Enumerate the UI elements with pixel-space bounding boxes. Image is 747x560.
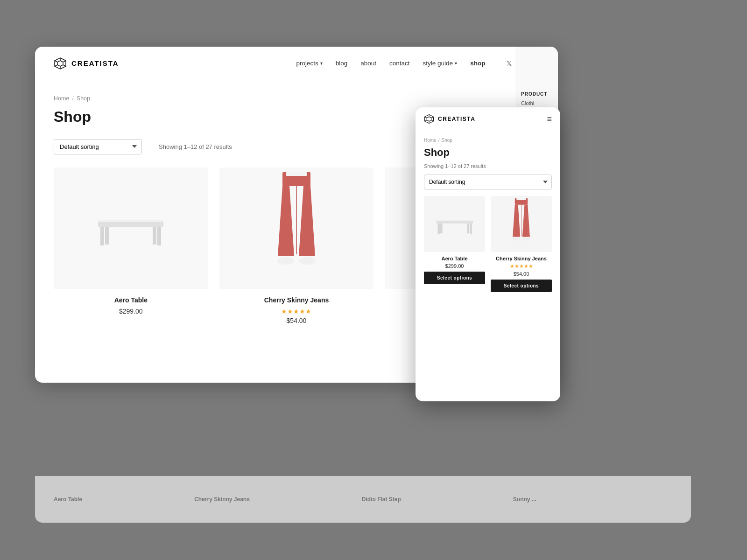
mobile-jeans-svg — [508, 198, 534, 250]
svg-rect-11 — [105, 227, 109, 245]
twitter-icon[interactable]: 𝕏 — [507, 60, 512, 67]
svg-rect-33 — [470, 223, 472, 234]
svg-line-26 — [431, 117, 434, 118]
mobile-brand-name: CREATISTA — [438, 116, 475, 122]
svg-point-18 — [299, 257, 316, 265]
mobile-product-price-cherry-jeans: $54.00 — [491, 271, 552, 277]
breadcrumb-current: Shop — [77, 95, 90, 102]
main-nav: CREATISTA projects ▾ blog about contact … — [35, 47, 558, 80]
sidebar-section-products: product — [521, 91, 553, 97]
mobile-content: Home / Shop Shop Showing 1–12 of 27 resu… — [416, 131, 560, 401]
chevron-down-icon-2: ▾ — [455, 61, 457, 66]
mobile-breadcrumb: Home / Shop — [424, 138, 552, 143]
svg-rect-36 — [436, 219, 473, 220]
mobile-breadcrumb-current: Shop — [441, 138, 452, 143]
svg-line-3 — [63, 61, 66, 62]
product-name-aero-table: Aero Table — [54, 296, 208, 304]
nav-styleguide[interactable]: style guide ▾ — [423, 60, 458, 67]
svg-line-30 — [425, 117, 427, 118]
chevron-down-icon: ▾ — [320, 61, 323, 66]
svg-rect-35 — [467, 223, 469, 233]
svg-rect-13 — [98, 220, 163, 222]
svg-rect-15 — [286, 172, 307, 176]
svg-point-40 — [513, 237, 521, 240]
bottom-product-4: Sunny ... — [513, 496, 536, 503]
mobile-product-aero-table[interactable]: Aero Table $299.00 Select options — [424, 196, 485, 292]
table-image-svg — [93, 205, 168, 252]
mobile-product-stars-cherry-jeans: ★★★★★ — [491, 263, 552, 269]
bottom-product-2: Cherry Skinny Jeans — [194, 496, 250, 503]
product-card-aero-table[interactable]: Aero Table $299.00 — [54, 168, 208, 324]
svg-rect-38 — [516, 198, 526, 200]
breadcrumb-home[interactable]: Home — [54, 95, 69, 102]
breadcrumb: Home / Shop — [54, 95, 539, 102]
mobile-logo[interactable]: CREATISTA — [424, 114, 475, 124]
sidebar-item-clothing[interactable]: Clothi — [521, 100, 553, 106]
mobile-product-grid: Aero Table $299.00 Select options — [424, 196, 552, 292]
nav-blog[interactable]: blog — [336, 60, 348, 67]
svg-rect-9 — [100, 227, 104, 245]
svg-line-29 — [425, 120, 427, 121]
svg-point-41 — [522, 237, 530, 240]
product-image-aero-table — [54, 168, 208, 289]
logo-icon — [54, 57, 67, 70]
mobile-breadcrumb-sep: / — [438, 138, 440, 143]
product-price-aero-table: $299.00 — [54, 308, 208, 315]
mobile-results-text: Showing 1–12 of 27 results — [424, 163, 552, 169]
breadcrumb-separator: / — [72, 95, 73, 102]
mobile-image-cherry-jeans — [491, 196, 552, 252]
nav-shop[interactable]: shop — [470, 60, 485, 67]
mobile-breadcrumb-home[interactable]: Home — [424, 138, 437, 143]
mobile-image-aero-table — [424, 196, 485, 252]
bottom-product-1: Aero Table — [54, 496, 82, 503]
mobile-page-title: Shop — [424, 147, 552, 159]
svg-marker-24 — [427, 117, 431, 121]
nav-about[interactable]: about — [360, 60, 376, 67]
mobile-sort-select[interactable]: Default sorting Sort by popularity Sort … — [424, 175, 552, 189]
svg-line-6 — [55, 65, 57, 66]
mobile-header: CREATISTA ≡ — [416, 107, 560, 131]
mobile-product-cherry-jeans[interactable]: Cherry Skinny Jeans ★★★★★ $54.00 Select … — [491, 196, 552, 292]
svg-point-17 — [277, 257, 294, 265]
mobile-window: CREATISTA ≡ Home / Shop Shop Showing 1–1… — [416, 107, 560, 401]
results-text: Showing 1–12 of 27 results — [159, 143, 232, 150]
mobile-table-svg — [434, 209, 476, 239]
svg-line-27 — [431, 120, 434, 121]
mobile-logo-icon — [424, 114, 434, 124]
logo[interactable]: CREATISTA — [54, 57, 119, 70]
svg-rect-34 — [440, 223, 443, 233]
nav-projects[interactable]: projects ▾ — [296, 60, 322, 67]
product-name-cherry-jeans: Cherry Skinny Jeans — [219, 296, 374, 304]
product-price-cherry-jeans: $54.00 — [219, 317, 374, 324]
svg-line-4 — [63, 65, 66, 66]
product-card-cherry-jeans[interactable]: Cherry Skinny Jeans ★★★★★ $54.00 — [219, 168, 374, 324]
mobile-product-price-aero-table: $299.00 — [424, 263, 485, 269]
svg-line-7 — [55, 61, 57, 62]
mobile-select-options-cherry-jeans[interactable]: Select options — [491, 280, 552, 292]
brand-name: CREATISTA — [71, 59, 119, 67]
mobile-product-name-aero-table: Aero Table — [424, 256, 485, 261]
bottom-product-3: Didio Flat Step — [362, 496, 401, 503]
product-image-cherry-jeans — [219, 168, 374, 289]
jeans-image-svg — [268, 172, 324, 284]
nav-contact[interactable]: contact — [389, 60, 410, 67]
nav-links: projects ▾ blog about contact style guid… — [296, 60, 539, 67]
sort-select[interactable]: Default sorting Sort by popularity Sort … — [54, 139, 142, 154]
svg-rect-32 — [437, 223, 440, 234]
product-stars-cherry-jeans: ★★★★★ — [219, 308, 374, 315]
bottom-strip: Aero Table Cherry Skinny Jeans Didio Fla… — [35, 476, 691, 523]
hamburger-menu-icon[interactable]: ≡ — [547, 114, 552, 124]
mobile-product-name-cherry-jeans: Cherry Skinny Jeans — [491, 256, 552, 261]
svg-rect-12 — [153, 227, 156, 245]
svg-rect-10 — [157, 227, 161, 245]
svg-marker-1 — [57, 61, 63, 66]
mobile-select-options-aero-table[interactable]: Select options — [424, 272, 485, 284]
